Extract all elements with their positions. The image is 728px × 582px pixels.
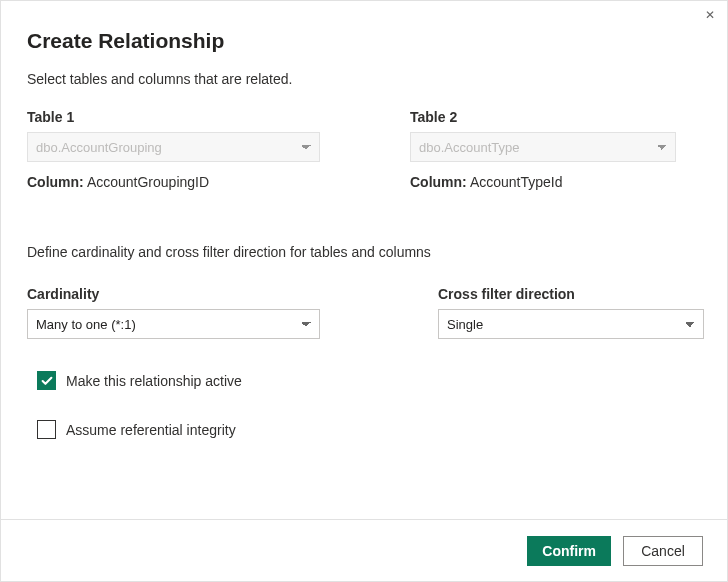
- dialog-content: Create Relationship Select tables and co…: [1, 1, 727, 439]
- referential-integrity-row: Assume referential integrity: [37, 420, 701, 439]
- cardinality-row: Cardinality Many to one (*:1) Cross filt…: [27, 286, 701, 339]
- referential-integrity-checkbox[interactable]: [37, 420, 56, 439]
- table1-select[interactable]: dbo.AccountGrouping: [27, 132, 320, 162]
- table2-column-value: AccountTypeId: [470, 174, 563, 190]
- confirm-button[interactable]: Confirm: [527, 536, 611, 566]
- table1-label: Table 1: [27, 109, 320, 125]
- table1-column-value: AccountGroupingID: [87, 174, 209, 190]
- crossfilter-group: Cross filter direction Single: [438, 286, 704, 339]
- cardinality-section: Define cardinality and cross filter dire…: [27, 244, 701, 439]
- tables-row: Table 1 dbo.AccountGrouping Column: Acco…: [27, 109, 701, 190]
- table2-label: Table 2: [410, 109, 676, 125]
- dialog-footer: Confirm Cancel: [1, 519, 727, 581]
- dialog-subtitle: Select tables and columns that are relat…: [27, 71, 701, 87]
- make-active-label: Make this relationship active: [66, 373, 242, 389]
- table1-column-line: Column: AccountGroupingID: [27, 174, 320, 190]
- section2-heading: Define cardinality and cross filter dire…: [27, 244, 701, 260]
- referential-integrity-label: Assume referential integrity: [66, 422, 236, 438]
- table2-column-label: Column:: [410, 174, 467, 190]
- cardinality-label: Cardinality: [27, 286, 320, 302]
- table1-column-label: Column:: [27, 174, 84, 190]
- create-relationship-dialog: ✕ Create Relationship Select tables and …: [0, 0, 728, 582]
- cardinality-select[interactable]: Many to one (*:1): [27, 309, 320, 339]
- make-active-row: Make this relationship active: [37, 371, 701, 390]
- cardinality-group: Cardinality Many to one (*:1): [27, 286, 320, 339]
- cancel-button[interactable]: Cancel: [623, 536, 703, 566]
- table1-group: Table 1 dbo.AccountGrouping Column: Acco…: [27, 109, 320, 190]
- crossfilter-select[interactable]: Single: [438, 309, 704, 339]
- crossfilter-label: Cross filter direction: [438, 286, 704, 302]
- table2-column-line: Column: AccountTypeId: [410, 174, 676, 190]
- checkmark-icon: [40, 374, 54, 388]
- make-active-checkbox[interactable]: [37, 371, 56, 390]
- table2-select[interactable]: dbo.AccountType: [410, 132, 676, 162]
- close-icon[interactable]: ✕: [705, 9, 715, 21]
- table2-group: Table 2 dbo.AccountType Column: AccountT…: [410, 109, 676, 190]
- dialog-title: Create Relationship: [27, 29, 701, 53]
